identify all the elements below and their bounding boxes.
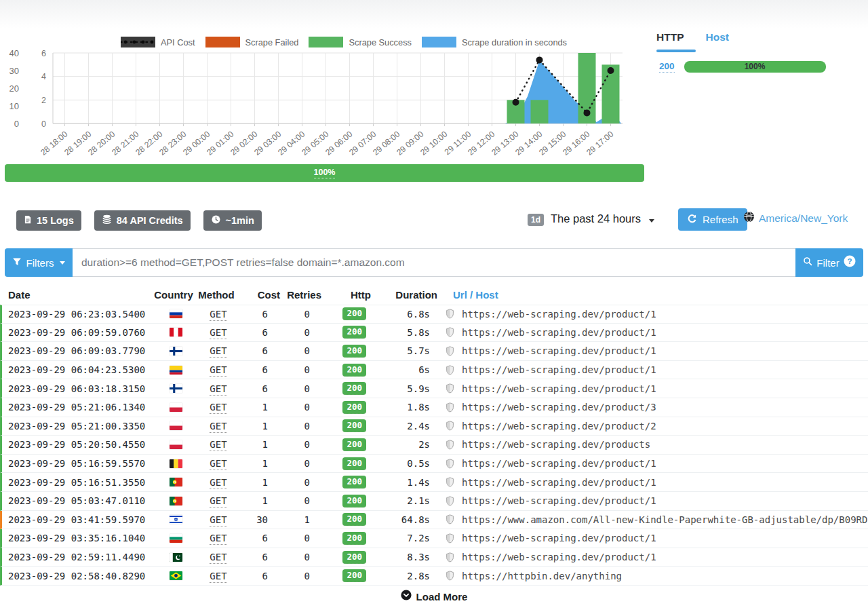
scrape-monitoring-dashboard: API CostScrape FailedScrape SuccessScrap… <box>0 0 868 612</box>
cost-value: 1 <box>241 439 282 450</box>
method-link[interactable]: GET <box>210 327 226 339</box>
http-status-badge[interactable]: 200 <box>342 495 366 508</box>
http-status-badge[interactable]: 200 <box>342 551 366 564</box>
url-link[interactable]: https://web-scraping.dev/product/2 <box>462 421 656 432</box>
method-link[interactable]: GET <box>210 402 226 414</box>
distribution-tabs: HTTP Host <box>656 31 860 43</box>
method-link[interactable]: GET <box>210 364 226 377</box>
legend-item[interactable]: Scrape duration in seconds <box>422 37 567 47</box>
http-status-badge[interactable]: 200 <box>342 476 366 489</box>
http-status-badge[interactable]: 200 <box>342 569 366 582</box>
legend-swatch-icon <box>121 37 155 47</box>
status-distribution-panel: HTTP Host 200 100% <box>656 31 860 73</box>
clock-icon <box>211 214 221 227</box>
time-range-dropdown[interactable]: The past 24 hours <box>551 212 654 225</box>
legend-item[interactable]: API Cost <box>121 37 195 47</box>
filters-dropdown-button[interactable]: Filters <box>5 248 73 277</box>
url-link[interactable]: https://www.amazon.com/All-new-Kindle-Pa… <box>462 514 868 525</box>
url-link[interactable]: https://web-scraping.dev/product/1 <box>462 458 656 469</box>
method-link[interactable]: GET <box>210 495 226 508</box>
refresh-button[interactable]: Refresh <box>678 208 747 231</box>
country-flag-icon <box>156 515 195 524</box>
shield-icon <box>439 552 460 562</box>
table-row: 2023-09-29 03:35:16.1040 GET 6 0 200 7.2… <box>0 529 868 548</box>
country-flag-icon <box>156 440 195 449</box>
shield-icon <box>439 514 460 524</box>
http-status-badge[interactable]: 200 <box>342 513 366 526</box>
column-header-date: Date <box>0 289 154 301</box>
load-more-label: Load More <box>416 591 468 603</box>
http-status-badge[interactable]: 200 <box>342 307 366 320</box>
tab-host[interactable]: Host <box>705 31 728 43</box>
url-link[interactable]: https://httpbin.dev/anything <box>462 571 622 581</box>
top-gradient <box>0 0 868 28</box>
cost-value: 6 <box>241 364 282 375</box>
duration-value: 2.4s <box>377 421 439 432</box>
method-link[interactable]: GET <box>210 533 226 545</box>
column-header-http: Http <box>324 289 375 301</box>
method-link[interactable]: GET <box>210 345 226 358</box>
api-cost-marker <box>608 67 614 74</box>
table-row: 2023-09-29 06:03:18.3150 GET 6 0 200 5.9… <box>0 379 868 398</box>
url-link[interactable]: https://web-scraping.dev/product/1 <box>462 533 656 543</box>
http-status-badge[interactable]: 200 <box>342 532 366 545</box>
duration-value: 2.8s <box>377 571 439 581</box>
table-row: 2023-09-29 05:21:06.1340 GET 1 0 200 1.8… <box>0 398 868 417</box>
method-link[interactable]: GET <box>210 309 226 321</box>
legend-item[interactable]: Scrape Success <box>309 37 411 47</box>
http-status-badge[interactable]: 200 <box>342 419 366 432</box>
shield-icon <box>439 346 460 356</box>
http-status-badge[interactable]: 200 <box>342 364 366 377</box>
legend-label: Scrape duration in seconds <box>462 37 567 47</box>
timezone-link[interactable]: America/New_York <box>759 212 848 225</box>
funnel-icon <box>12 257 22 269</box>
apply-filter-button[interactable]: Filter ? <box>795 248 863 277</box>
y-axis-inner-label: 2 <box>41 96 46 105</box>
http-200-link[interactable]: 200 <box>659 61 675 73</box>
http-status-badge[interactable]: 200 <box>342 401 366 414</box>
url-link[interactable]: https://web-scraping.dev/products <box>462 439 650 450</box>
method-link[interactable]: GET <box>210 571 226 583</box>
url-link[interactable]: https://web-scraping.dev/product/3 <box>462 402 656 413</box>
http-status-badge[interactable]: 200 <box>342 345 366 358</box>
method-link[interactable]: GET <box>210 552 226 564</box>
http-status-badge[interactable]: 200 <box>342 326 366 339</box>
time-range-label: The past 24 hours <box>551 212 641 225</box>
url-link[interactable]: https://web-scraping.dev/product/1 <box>462 309 656 320</box>
table-row: 2023-09-29 02:58:40.8290 GET 6 0 200 2.8… <box>0 567 868 586</box>
http-status-badge[interactable]: 200 <box>342 382 366 395</box>
filter-query-input[interactable] <box>73 248 795 277</box>
legend-swatch-icon <box>205 37 240 47</box>
method-link[interactable]: GET <box>210 383 226 396</box>
table-row: 2023-09-29 03:41:59.5970 GET 30 1 200 64… <box>0 511 868 530</box>
http-status-badge[interactable]: 200 <box>342 457 366 470</box>
http-status-badge[interactable]: 200 <box>342 438 366 451</box>
retries-value: 1 <box>282 514 326 525</box>
url-link[interactable]: https://web-scraping.dev/product/1 <box>462 495 656 506</box>
column-header-retries: Retries <box>280 289 324 301</box>
load-more-button[interactable]: Load More <box>401 590 468 603</box>
method-link[interactable]: GET <box>210 514 226 527</box>
cost-value: 1 <box>241 421 282 432</box>
url-link[interactable]: https://web-scraping.dev/product/1 <box>462 364 656 375</box>
url-link[interactable]: https://web-scraping.dev/product/1 <box>462 477 656 488</box>
method-link[interactable]: GET <box>210 477 226 489</box>
method-link[interactable]: GET <box>210 421 226 433</box>
help-icon[interactable]: ? <box>844 255 856 270</box>
url-link[interactable]: https://web-scraping.dev/product/1 <box>462 552 656 562</box>
country-flag-icon <box>156 459 195 468</box>
column-header-url-host[interactable]: Url / Host <box>437 289 868 301</box>
url-link[interactable]: https://web-scraping.dev/product/1 <box>462 327 656 338</box>
tab-http[interactable]: HTTP <box>656 31 684 43</box>
url-link[interactable]: https://web-scraping.dev/product/1 <box>462 383 656 394</box>
duration-value: 2s <box>377 439 439 450</box>
stat-badge: ~1min <box>203 210 262 231</box>
method-link[interactable]: GET <box>210 458 226 470</box>
legend-item[interactable]: Scrape Failed <box>205 37 299 47</box>
api-cost-marker <box>536 56 543 63</box>
method-link[interactable]: GET <box>210 439 226 451</box>
url-link[interactable]: https://web-scraping.dev/product/1 <box>462 345 656 356</box>
log-date: 2023-09-29 03:35:16.1040 <box>2 533 156 543</box>
log-date: 2023-09-29 05:03:47.0110 <box>2 495 156 506</box>
filters-label: Filters <box>26 257 54 269</box>
